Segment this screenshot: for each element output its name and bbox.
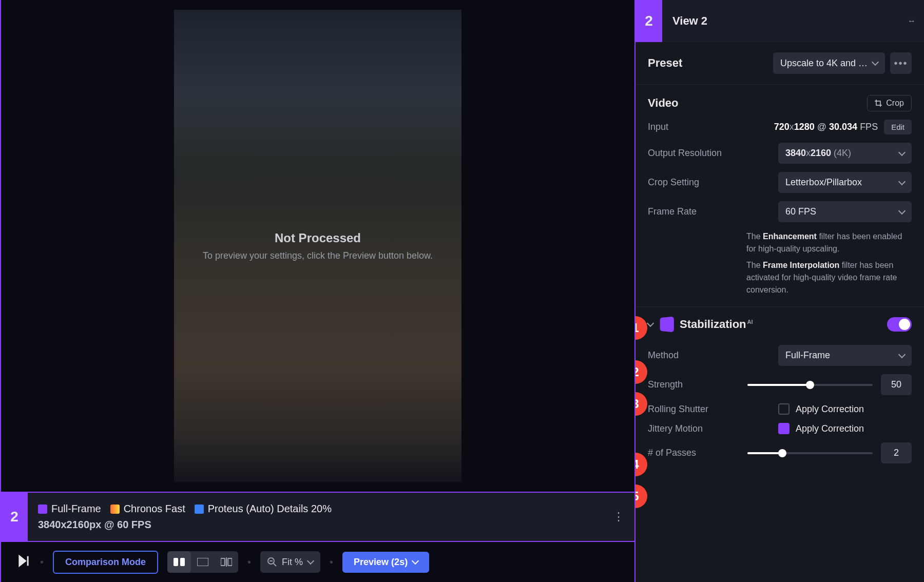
play-button[interactable] (16, 554, 31, 570)
passes-label: # of Passes (648, 448, 696, 458)
svg-rect-4 (221, 558, 225, 566)
stabilization-header: StabilizationAI (636, 307, 924, 342)
annotation-5: 5 (636, 484, 647, 508)
stabilization-toggle[interactable] (887, 317, 912, 332)
annotation-4: 4 (636, 453, 647, 476)
svg-rect-5 (228, 558, 232, 566)
preview-area: Not Processed To preview your settings, … (1, 0, 634, 492)
crop-setting-label: Crop Setting (648, 177, 699, 188)
frame-rate-dropdown[interactable]: 60 FPS (778, 201, 912, 222)
annotation-3: 3 (636, 392, 647, 416)
zoom-control[interactable]: Fit % (260, 551, 320, 573)
stabilization-title: StabilizationAI (680, 318, 753, 331)
tag-proteus: Proteus (Auto) Details 20% (195, 503, 332, 515)
crop-icon (875, 100, 882, 107)
chevron-down-icon (307, 557, 314, 565)
video-section: Video Crop Input 720x1280 @ 30.034 FPS E… (636, 85, 924, 307)
output-resolution-label: 3840x2160px @ 60 FPS (38, 519, 603, 531)
zoom-label: Fit % (282, 557, 303, 568)
preset-section: Preset Upscale to 4K and … ••• (636, 42, 924, 85)
crop-setting-dropdown[interactable]: Letterbox/Pillarbox (778, 172, 912, 193)
strength-value[interactable]: 50 (881, 374, 912, 395)
expand-horizontal-icon[interactable]: ↔ (899, 16, 924, 26)
strength-label: Strength (648, 379, 683, 390)
left-pane: Not Processed To preview your settings, … (0, 0, 636, 582)
preview-status-title: Not Processed (203, 231, 433, 245)
enhancement-info: The Enhancement filter has been enabled … (648, 230, 912, 255)
view-badge: 2 (1, 493, 28, 541)
cube-icon (38, 505, 47, 514)
mirror-view-icon[interactable] (215, 551, 238, 573)
preview-status-subtitle: To preview your settings, click the Prev… (203, 250, 433, 261)
comparison-mode-button[interactable]: Comparison Mode (53, 551, 158, 574)
more-menu-button[interactable]: ⋮ (613, 510, 634, 523)
interpolation-info: The Frame Interpolation filter has been … (648, 259, 912, 296)
tag-chronos: Chronos Fast (110, 503, 185, 515)
video-title: Video (648, 96, 679, 110)
preset-more-button[interactable]: ••• (890, 52, 912, 74)
edit-input-button[interactable]: Edit (884, 120, 912, 134)
zoom-out-icon[interactable] (267, 557, 277, 567)
jittery-motion-checkbox[interactable] (778, 423, 790, 434)
panel-badge: 2 (636, 0, 662, 42)
settings-panel: 2 View 2 ↔ Preset Upscale to 4K and … ••… (636, 0, 924, 582)
panel-header: 2 View 2 ↔ (636, 0, 924, 42)
bottom-toolbar: • Comparison Mode • Fit % • Preview (2s) (1, 542, 634, 582)
rolling-shutter-label: Rolling Shutter (648, 404, 708, 415)
strength-slider[interactable] (747, 384, 873, 386)
preset-label: Preset (648, 56, 682, 70)
status-info: Full-Frame Chronos Fast Proteus (Auto) D… (28, 496, 613, 538)
chevron-down-icon[interactable] (647, 320, 654, 327)
method-dropdown[interactable]: Full-Frame (778, 345, 912, 366)
jittery-motion-label: Jittery Motion (648, 423, 703, 434)
cube-icon (195, 505, 204, 514)
layout-buttons (167, 551, 238, 573)
panel-title: View 2 (662, 14, 899, 28)
svg-rect-1 (174, 558, 178, 566)
passes-slider[interactable] (747, 452, 873, 454)
crop-button[interactable]: Crop (867, 95, 912, 111)
method-label: Method (648, 350, 679, 361)
svg-rect-2 (180, 558, 185, 566)
svg-rect-3 (197, 558, 208, 566)
rolling-shutter-checkbox[interactable] (778, 403, 790, 415)
stabilization-section: 1 StabilizationAI 2 Method Full-Frame 3 … (636, 307, 924, 474)
status-bar: 2 Full-Frame Chronos Fast Proteus (Auto)… (1, 492, 634, 542)
rolling-shutter-check-label: Apply Correction (796, 404, 864, 415)
passes-value[interactable]: 2 (881, 442, 912, 463)
preset-dropdown[interactable]: Upscale to 4K and … (773, 52, 885, 74)
split-vertical-icon[interactable] (167, 551, 191, 573)
input-label: Input (648, 122, 668, 132)
output-resolution-dropdown[interactable]: 3840x2160 (4K) (778, 143, 912, 164)
single-view-icon[interactable] (191, 551, 215, 573)
filter-tags: Full-Frame Chronos Fast Proteus (Auto) D… (38, 503, 603, 515)
frame-rate-label: Frame Rate (648, 206, 697, 217)
stabilization-icon (660, 317, 674, 333)
preview-overlay: Not Processed To preview your settings, … (203, 231, 433, 261)
preview-button[interactable]: Preview (2s) (342, 552, 429, 573)
cube-icon (110, 505, 120, 514)
jittery-motion-check-label: Apply Correction (796, 423, 864, 434)
svg-line-9 (274, 564, 276, 566)
input-value: 720x1280 @ 30.034 FPS (774, 122, 878, 132)
tag-fullframe: Full-Frame (38, 503, 101, 515)
output-label: Output Resolution (648, 148, 722, 159)
